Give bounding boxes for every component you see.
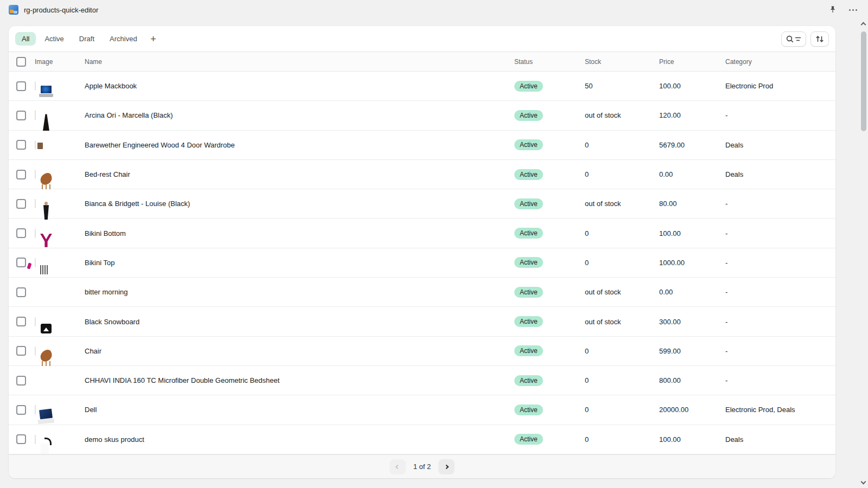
scroll-down-icon[interactable] (861, 479, 866, 485)
tab-archived[interactable]: Archived (103, 32, 144, 46)
product-name: Bianca & Bridgett - Louise (Black) (85, 200, 514, 208)
table-row[interactable]: demo skus product Active 0 100.00 Deals (9, 425, 835, 454)
search-filter-button[interactable] (781, 31, 806, 47)
tab-active[interactable]: Active (38, 32, 70, 46)
product-stock: out of stock (585, 318, 659, 326)
product-category: Deals (725, 435, 835, 444)
wardrobe-product-image (35, 140, 36, 150)
table-row[interactable]: Arcina Ori - Marcella (Black) Active out… (9, 101, 835, 130)
table-row[interactable]: Barewether Engineered Wood 4 Door Wardro… (9, 131, 835, 160)
page-indicator: 1 of 2 (413, 463, 431, 471)
table-row[interactable]: Bianca & Bridgett - Louise (Black) Activ… (9, 189, 835, 219)
product-price: 100.00 (659, 435, 725, 444)
row-checkbox[interactable] (16, 81, 26, 91)
header-status: Status (514, 58, 585, 66)
product-price: 300.00 (659, 318, 725, 326)
row-checkbox[interactable] (16, 140, 26, 150)
previous-page-button[interactable] (390, 459, 406, 474)
placeholder-product-image (35, 317, 36, 326)
pagination-bar: 1 of 2 (9, 454, 835, 478)
product-price: 80.00 (659, 200, 725, 208)
product-category: - (725, 347, 835, 355)
pin-icon[interactable] (827, 4, 838, 15)
header-price: Price (659, 58, 725, 66)
product-category: - (725, 376, 835, 384)
page-scrollbar[interactable] (859, 20, 868, 488)
table-row[interactable]: Chair Active 0 599.00 - (9, 337, 835, 366)
next-page-button[interactable] (438, 459, 455, 474)
product-price: 0.00 (659, 170, 725, 178)
product-stock: out of stock (585, 111, 659, 119)
chair-product-image (35, 170, 36, 179)
product-stock: 50 (585, 82, 659, 90)
product-category: Electronic Prod (725, 82, 835, 90)
product-name: Bikini Bottom (85, 229, 514, 237)
add-view-button[interactable]: + (146, 31, 161, 47)
filter-tabs: AllActiveDraftArchived + (9, 26, 835, 52)
row-checkbox[interactable] (16, 287, 26, 297)
table-row[interactable]: Bikini Top Active 0 1000.00 - (9, 248, 835, 278)
table-row[interactable]: Bikini Bottom Active 0 100.00 - (9, 219, 835, 248)
status-badge: Active (514, 228, 543, 239)
app-top-bar: rg-products-quick-editor (0, 0, 868, 20)
status-badge: Active (514, 434, 543, 445)
product-stock: 0 (585, 141, 659, 149)
product-price: 100.00 (659, 229, 725, 237)
table-row[interactable]: Bed-rest Chair Active 0 0.00 Deals (9, 160, 835, 189)
bikini-bottom-product-image (35, 229, 36, 238)
table-row[interactable]: Apple Mackbook Active 50 100.00 Electron… (9, 72, 835, 101)
row-checkbox[interactable] (16, 405, 26, 415)
product-name: Apple Mackbook (85, 82, 514, 90)
header-name: Name (85, 58, 514, 66)
select-all-checkbox[interactable] (16, 57, 26, 67)
row-checkbox[interactable] (16, 170, 26, 179)
scrollbar-thumb[interactable] (861, 31, 866, 131)
row-checkbox[interactable] (16, 199, 26, 209)
table-row[interactable]: Black Snowboard Active out of stock 300.… (9, 307, 835, 336)
status-badge: Active (514, 110, 543, 121)
table-row[interactable]: bitter morning Active out of stock 0.00 … (9, 278, 835, 307)
sort-button[interactable] (810, 31, 829, 47)
product-stock: 0 (585, 435, 659, 444)
product-category: - (725, 111, 835, 119)
product-stock: out of stock (585, 288, 659, 296)
product-name: demo skus product (85, 435, 514, 444)
row-checkbox[interactable] (16, 434, 26, 444)
status-badge: Active (514, 404, 543, 415)
row-checkbox[interactable] (16, 111, 26, 120)
bag-product-image (35, 435, 36, 444)
product-stock: 0 (585, 259, 659, 267)
product-stock: 0 (585, 406, 659, 414)
row-checkbox[interactable] (16, 376, 26, 386)
sort-icon (815, 35, 825, 43)
tab-draft[interactable]: Draft (73, 32, 101, 46)
chevron-right-icon (444, 464, 449, 468)
table-row[interactable]: CHHAVI INDIA 160 TC Microfiber Double Ge… (9, 366, 835, 395)
product-price: 100.00 (659, 82, 725, 90)
product-category: - (725, 229, 835, 237)
status-badge: Active (514, 81, 543, 92)
header-stock: Stock (585, 58, 659, 66)
row-checkbox[interactable] (16, 317, 26, 326)
status-badge: Active (514, 316, 543, 327)
more-options-icon[interactable] (847, 7, 859, 13)
product-name: Black Snowboard (85, 318, 514, 326)
table-row[interactable]: Dell Active 0 20000.00 Electronic Prod, … (9, 395, 835, 425)
product-stock: 0 (585, 376, 659, 384)
row-checkbox[interactable] (16, 228, 26, 238)
tab-all[interactable]: All (15, 32, 36, 46)
app-title: rg-products-quick-editor (24, 6, 98, 14)
scroll-up-icon[interactable] (861, 22, 866, 28)
bikini-top-product-image (35, 258, 36, 267)
product-price: 599.00 (659, 347, 725, 355)
row-checkbox[interactable] (16, 258, 26, 267)
app-logo-icon (9, 5, 18, 15)
status-badge: Active (514, 169, 543, 180)
row-checkbox[interactable] (16, 346, 26, 356)
status-badge: Active (514, 375, 543, 386)
product-name: Bikini Top (85, 259, 514, 267)
table-body: Apple Mackbook Active 50 100.00 Electron… (9, 72, 835, 454)
status-badge: Active (514, 345, 543, 356)
product-price: 1000.00 (659, 259, 725, 267)
laptop-product-image (35, 81, 36, 91)
